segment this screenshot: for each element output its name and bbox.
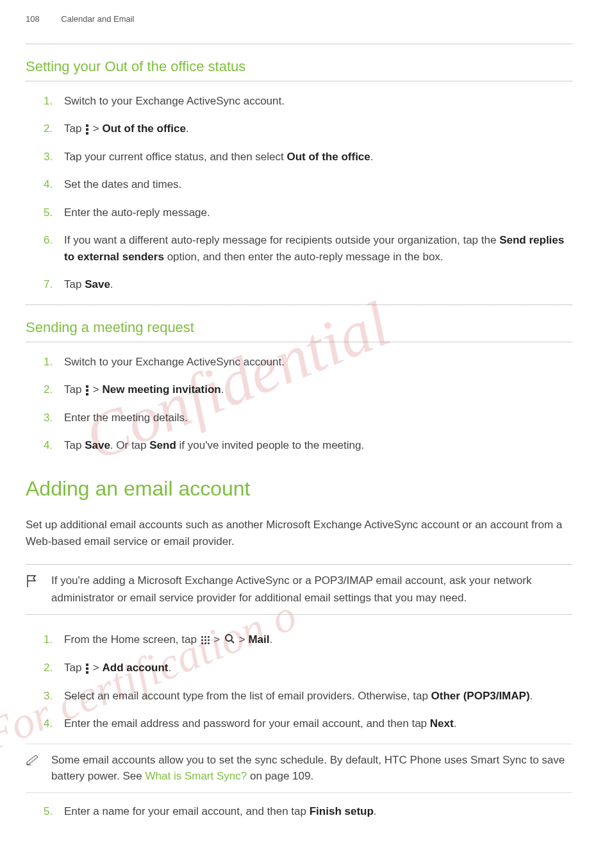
step-5: Enter the auto-reply message. <box>64 204 572 221</box>
step-3: Select an email account type from the li… <box>64 688 572 705</box>
menu-icon <box>86 664 88 674</box>
section-title-out-of-office: Setting your Out of the office status <box>26 56 572 77</box>
page-header: 108 Calendar and Email <box>26 13 572 26</box>
apps-icon <box>201 636 210 644</box>
divider <box>26 44 572 44</box>
step-4: Tap Save. Or tap Send if you've invited … <box>64 437 572 454</box>
step-1: From the Home screen, tap > > Mail. <box>64 631 572 648</box>
intro-paragraph: Set up additional email accounts such as… <box>26 517 572 551</box>
svg-line-1 <box>231 640 234 643</box>
section-title-meeting-request: Sending a meeting request <box>26 317 572 338</box>
page-number: 108 <box>26 14 40 24</box>
step-2: Tap > Add account. <box>64 660 572 676</box>
divider <box>26 305 572 305</box>
step-3: Tap your current office status, and then… <box>64 149 572 165</box>
info-box: If you're adding a Microsoft Exchange Ac… <box>26 564 572 615</box>
menu-icon <box>86 385 88 396</box>
steps-add-email: From the Home screen, tap > > Mail. Tap … <box>26 631 572 732</box>
step-1: Switch to your Exchange ActiveSync accou… <box>64 354 572 371</box>
steps-meeting-request: Switch to your Exchange ActiveSync accou… <box>26 354 572 454</box>
flag-icon <box>26 574 38 593</box>
step-1: Switch to your Exchange ActiveSync accou… <box>64 93 572 110</box>
step-6: If you want a different auto-reply messa… <box>64 232 572 265</box>
divider <box>26 342 572 342</box>
menu-icon <box>86 124 88 135</box>
svg-point-0 <box>226 635 232 641</box>
heading-adding-email: Adding an email account <box>26 473 572 504</box>
step-2: Tap > New meeting invitation. <box>64 381 572 398</box>
chapter-title: Calendar and Email <box>61 14 134 24</box>
pen-icon <box>26 753 41 771</box>
link-smart-sync[interactable]: What is Smart Sync? <box>145 770 247 782</box>
search-icon <box>224 632 235 649</box>
step-7: Tap Save. <box>64 276 572 293</box>
step-5: Enter a name for your email account, and… <box>64 803 572 820</box>
step-2: Tap > Out of the office. <box>64 121 572 137</box>
step-4: Enter the email address and password for… <box>64 715 572 732</box>
step-4: Set the dates and times. <box>64 176 572 193</box>
steps-out-of-office: Switch to your Exchange ActiveSync accou… <box>26 93 572 293</box>
steps-add-email-cont: Enter a name for your email account, and… <box>26 803 572 820</box>
step-3: Enter the meeting details. <box>64 410 572 426</box>
divider <box>26 81 572 81</box>
tip-box: Some email accounts allow you to set the… <box>26 744 572 793</box>
